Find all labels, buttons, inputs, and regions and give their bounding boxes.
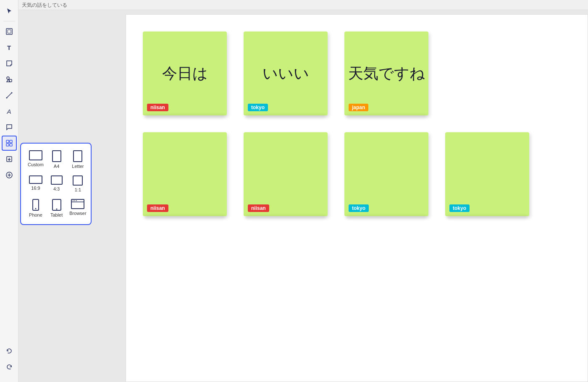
main-area: 天気の話をしている 今日は niisan いいい tokyo 天気ですね [18,0,588,382]
svg-rect-16 [52,151,61,162]
comment-tool[interactable] [2,120,17,135]
svg-point-6 [11,92,12,94]
frame-tool[interactable] [2,24,17,39]
svg-point-5 [6,97,7,99]
svg-rect-19 [51,176,62,184]
sticky-note-7[interactable]: tokyo [445,132,529,216]
frame-option-1x1[interactable]: 1:1 [68,174,88,194]
undo-button[interactable] [2,343,17,358]
frame-label-a4: A4 [54,164,59,169]
svg-rect-17 [74,151,82,162]
select-tool[interactable] [2,3,17,18]
redo-button[interactable] [2,359,17,374]
sticky-tag-5: niisan [248,204,269,212]
sticky-text-1: 今日は [162,64,208,84]
sticky-tag-7: tokyo [449,204,470,212]
frame-label-letter: Letter [72,164,84,169]
notes-grid: 今日は niisan いいい tokyo 天気ですね japan [126,15,588,233]
frame-label-1x1: 1:1 [75,187,81,192]
svg-rect-1 [8,30,11,33]
svg-point-24 [56,209,57,210]
sticky-tool[interactable] [2,56,17,71]
sticky-note-1[interactable]: 今日は niisan [143,31,227,115]
font-tool[interactable]: A [2,104,17,119]
frame-option-phone[interactable]: Phone [26,197,45,219]
shapes-tool[interactable] [2,72,17,87]
text-tool[interactable]: T [2,40,17,55]
frame-option-16x9[interactable]: 16:9 [26,174,45,194]
svg-rect-18 [29,176,42,183]
svg-rect-20 [73,176,82,185]
frame-option-letter[interactable]: Letter [68,149,88,170]
svg-rect-9 [6,144,9,146]
frame-label-custom: Custom [28,162,44,167]
top-bar: 天気の話をしている [18,0,588,10]
sticky-tag-1: niisan [147,104,168,111]
canvas-title: 天気の話をしている [18,0,71,10]
svg-rect-8 [10,140,12,143]
svg-rect-0 [6,29,12,34]
sticky-tag-6: tokyo [349,204,369,212]
canvas-frame[interactable]: 今日は niisan いいい tokyo 天気ですね japan [126,14,588,382]
import-tool[interactable] [2,152,17,167]
divider-1 [3,21,15,21]
frame-label-tablet: Tablet [50,212,63,217]
svg-line-4 [7,93,12,98]
svg-rect-10 [10,144,12,146]
svg-point-29 [76,200,77,201]
sticky-note-2[interactable]: いいい tokyo [244,31,328,115]
sticky-note-6[interactable]: tokyo [344,132,428,216]
sticky-note-5[interactable]: niisan [244,132,328,216]
sticky-tag-2: tokyo [248,104,268,111]
frame-label-phone: Phone [29,212,42,217]
add-tool[interactable] [2,167,17,183]
svg-point-28 [74,200,75,201]
svg-point-27 [73,200,74,201]
frame-label-4x3: 4:3 [53,186,60,191]
sticky-tag-4: niisan [147,204,168,212]
sticky-note-3[interactable]: 天気ですね japan [344,31,428,115]
sticky-tag-3: japan [349,104,368,111]
frame-option-a4[interactable]: A4 [49,149,64,170]
frame-picker-popup: Custom A4 Letter 16:9 4:3 1:1 [20,143,92,225]
frame-option-browser[interactable]: Browser [68,197,88,219]
toolbar: T A [0,0,18,382]
notes-row-2: niisan niisan tokyo tokyo [143,132,571,216]
sticky-text-3: 天気ですね [348,64,425,84]
canvas-area[interactable]: 今日は niisan いいい tokyo 天気ですね japan [18,10,588,382]
svg-point-2 [7,77,9,79]
frame-option-tablet[interactable]: Tablet [49,197,64,219]
svg-point-22 [35,208,36,209]
line-tool[interactable] [2,88,17,103]
sticky-text-2: いいい [262,64,309,84]
notes-row-1: 今日は niisan いいい tokyo 天気ですね japan [143,31,571,115]
frame-label-16x9: 16:9 [31,186,40,191]
svg-rect-15 [29,151,42,160]
frame-label-browser: Browser [69,211,86,216]
svg-rect-7 [6,140,9,143]
frame-option-custom[interactable]: Custom [26,149,45,170]
grid-tool[interactable] [2,136,17,151]
sticky-note-4[interactable]: niisan [143,132,227,216]
frame-option-4x3[interactable]: 4:3 [49,174,64,194]
